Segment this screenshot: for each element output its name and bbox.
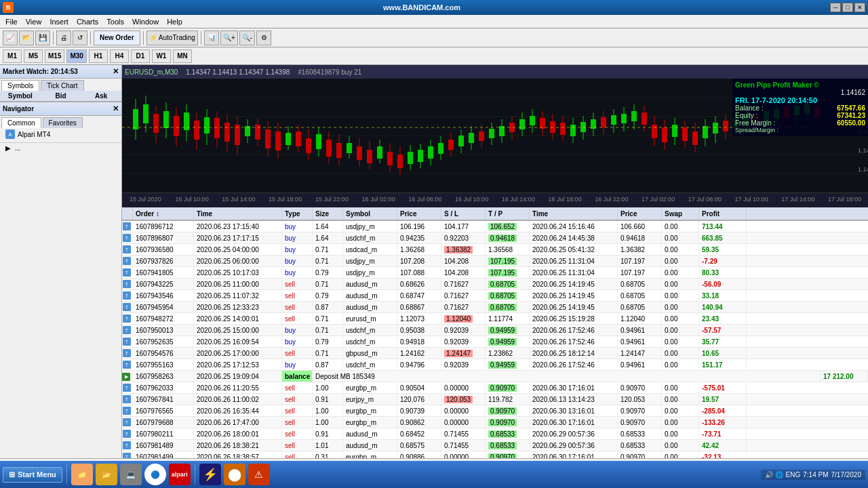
close-button[interactable]: ✕ [854,3,865,12]
svg-rect-67 [418,150,423,162]
td-order: 1607945954 [133,302,194,312]
td-icon: T [122,361,133,369]
th-open-time[interactable]: Time [194,207,282,220]
td-symbol: usdchf_m [343,232,397,243]
menu-tools[interactable]: Tools [102,16,128,27]
td-tp: 0.90970 [486,417,530,428]
taskbar-chrome[interactable]: 🔵 [144,464,166,485]
market-watch-close[interactable]: ✕ [113,67,119,76]
tf-h4[interactable]: H4 [110,49,129,63]
td-swap: 0.00 [662,336,699,347]
th-close-time[interactable]: Time [530,207,618,220]
td-open-time: 2020.06.25 19:09:04 [194,371,282,382]
nav-item-label: Alpari MT4 [18,131,50,138]
td-order: 1607979688 [133,417,194,428]
svg-rect-87 [519,119,525,129]
svg-rect-61 [387,152,393,165]
mw-tab-tick[interactable]: Tick Chart [41,80,83,91]
indicators-button[interactable]: 📊 [204,30,219,45]
start-menu-button[interactable]: ⊞ Start Menu [3,467,62,483]
td-open-time: 2020.06.25 11:07:32 [194,290,282,301]
zoom-out-button[interactable]: 🔍- [239,30,255,45]
td-symbol: usdchf_m [343,359,397,370]
tray-icons: 🔊 🌐 [765,471,783,479]
td-profit: 151.17 [699,359,747,370]
svg-rect-29 [224,123,230,142]
svg-rect-55 [357,146,362,160]
svg-rect-99 [580,122,586,132]
save-button[interactable]: 💾 [35,30,50,45]
taskbar-app1[interactable]: ⚡ [199,464,221,485]
th-close-price[interactable]: Price [618,207,662,220]
td-price: 0.94235 [397,232,441,243]
nav-tab-common[interactable]: Common [1,117,41,128]
table-row: T 1607955163 2020.06.25 17:12:53 buy 0.8… [122,359,868,371]
autotrading-button[interactable]: ⚡ AutoTrading [146,30,198,45]
tf-mn[interactable]: MN [173,49,192,63]
tray-lang: ENG [786,471,801,479]
new-chart-button[interactable]: 📈 [3,30,18,45]
navigator-close[interactable]: ✕ [113,104,119,113]
td-icon: T [122,441,133,449]
td-order: 1607967841 [133,394,194,405]
menu-view[interactable]: View [22,16,46,27]
svg-rect-13 [143,104,149,123]
th-tp[interactable]: T / P [486,207,530,220]
td-type: buy [282,267,313,278]
tf-m1[interactable]: M1 [3,49,22,63]
taskbar-computer[interactable]: 💻 [120,464,142,485]
menu-file[interactable]: File [1,16,22,27]
th-sl[interactable]: S / L [441,207,486,220]
th-profit[interactable]: Profit [699,207,747,220]
td-price: 0.90862 [397,417,441,428]
taskbar-folder[interactable]: 📂 [96,464,117,485]
tf-m15[interactable]: M15 [45,49,64,63]
td-tp: 0.68533 [486,428,530,439]
table-row: T 1607981499 2020.06.26 18:38:57 sell 0.… [122,451,868,458]
print-button[interactable]: 🖨 [56,30,71,45]
table-row: T 1607943546 2020.06.25 11:07:32 sell 0.… [122,290,868,302]
minimize-button[interactable]: ─ [830,3,841,12]
th-symbol[interactable]: Symbol [343,207,397,220]
taskbar-alpari[interactable]: alpari [169,464,191,485]
td-close-price: 0.68533 [618,440,662,451]
menu-insert[interactable]: Insert [45,16,73,27]
tf-m5[interactable]: M5 [24,49,43,63]
taskbar-app3[interactable]: ⚠ [248,464,270,485]
refresh-button[interactable]: ↺ [73,30,87,45]
svg-rect-43 [296,131,301,146]
overlay-spread-label: Spread/Margin : [735,127,778,134]
tf-w1[interactable]: W1 [152,49,171,63]
zoom-in-button[interactable]: 🔍+ [220,30,238,45]
chart-canvas[interactable]: 1.14500 1.14400 1.14300 1.14200 1.14100 [122,79,868,192]
new-order-button[interactable]: New Order [94,30,140,45]
th-price[interactable]: Price [397,207,441,220]
svg-rect-123 [703,126,708,138]
open-button[interactable]: 📂 [19,30,34,45]
taskbar-app2[interactable]: ⬤ [224,464,245,485]
taskbar-explorer[interactable]: 📁 [71,464,93,485]
tf-d1[interactable]: D1 [131,49,150,63]
menu-window[interactable]: Window [128,16,163,27]
nav-tab-favorites[interactable]: Favorites [43,117,83,128]
menu-help[interactable]: Help [163,16,186,27]
tf-h1[interactable]: H1 [89,49,108,63]
tf-m30[interactable]: M30 [66,49,86,63]
td-open-time: 2020.06.25 04:00:00 [194,244,282,255]
th-swap[interactable]: Swap [662,207,699,220]
th-order[interactable]: Order ↕ [133,207,194,220]
td-close-time: 2020.06.26 17:52:46 [530,336,618,347]
mw-tab-symbols[interactable]: Symbols [1,80,39,91]
properties-button[interactable]: ⚙ [256,30,271,45]
svg-rect-103 [601,117,606,127]
td-icon: T [122,453,133,458]
nav-item-alpari[interactable]: A Alpari MT4 [0,128,121,140]
td-symbol: eurusd_m [343,313,397,324]
maximize-button[interactable]: □ [842,3,853,12]
table-body[interactable]: T 1607896712 2020.06.23 17:15:40 buy 1.6… [122,221,868,458]
order-icon: T [123,268,131,277]
th-type[interactable]: Type [282,207,313,220]
nav-item-sub[interactable]: ▶ ... [0,143,121,153]
menu-charts[interactable]: Charts [73,16,102,27]
th-size[interactable]: Size [313,207,343,220]
